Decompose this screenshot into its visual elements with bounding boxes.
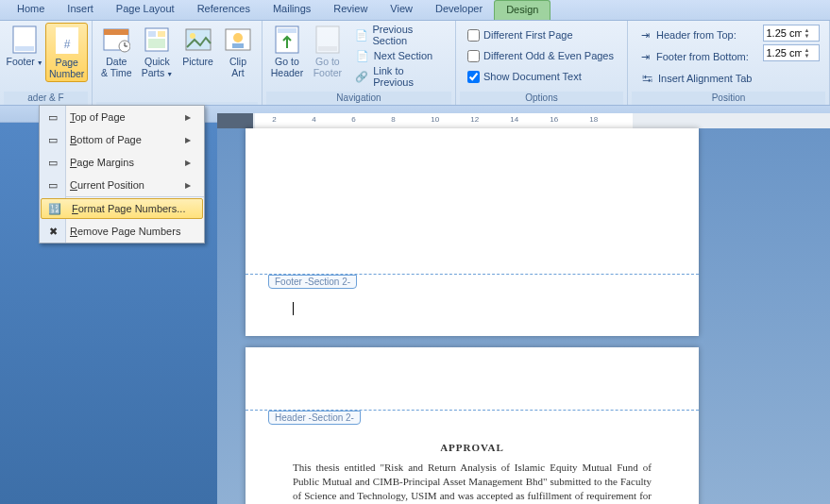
svg-rect-17 [232, 43, 244, 48]
svg-text:#: # [63, 38, 70, 51]
text-cursor [293, 302, 294, 315]
footer-from-bottom-row: ⇥Footer from Bottom: [635, 46, 755, 67]
menu-top-of-page[interactable]: ▭Top of Page▶ [40, 106, 204, 128]
group-label-navigation: Navigation [266, 92, 451, 105]
goto-footer-icon [313, 25, 343, 55]
page-number-button[interactable]: # Page Number [45, 23, 88, 82]
remove-icon: ✖ [45, 224, 60, 239]
page-number-menu: ▭Top of Page▶ ▭Bottom of Page▶ ▭Page Mar… [39, 105, 205, 244]
tab-developer[interactable]: Developer [424, 0, 494, 20]
tab-design[interactable]: Design [494, 0, 551, 20]
goto-footer-button[interactable]: Go to Footer [308, 23, 347, 80]
ribbon: Footer▼ # Page Number ader & F Date & Ti… [0, 21, 830, 106]
svg-rect-10 [148, 31, 156, 37]
group-label-position: Position [632, 92, 825, 105]
approval-heading: APPROVAL [246, 442, 699, 453]
tab-insert[interactable]: Insert [56, 0, 105, 20]
header-from-top-input[interactable]: ▲▼ [763, 25, 820, 42]
horizontal-ruler[interactable]: 2 4 6 8 10 12 14 16 18 [217, 113, 830, 128]
prev-section-icon: 📄 [355, 27, 369, 42]
group-label-hf: ader & F [4, 92, 88, 105]
header-top-icon: ⇥ [637, 27, 652, 42]
footer-icon [9, 25, 40, 55]
header-tag: Header -Section 2- [268, 411, 361, 425]
svg-point-16 [233, 33, 243, 42]
menu-format-page-numbers[interactable]: 🔢Format Page Numbers... [41, 198, 203, 219]
menu-page-margins[interactable]: ▭Page Margins▶ [40, 151, 204, 174]
ribbon-tabs: Home Insert Page Layout References Maili… [0, 0, 830, 21]
picture-icon [183, 25, 213, 55]
svg-rect-19 [278, 28, 296, 33]
page-top-icon: ▭ [45, 109, 60, 125]
alignment-tab-icon: ⭾ [639, 71, 654, 86]
footer-from-bottom-input[interactable]: ▲▼ [763, 44, 820, 61]
goto-header-icon [272, 25, 302, 55]
page-bottom-icon: ▭ [45, 132, 60, 147]
link-to-previous-button[interactable]: 🔗Link to Previous [351, 66, 448, 87]
next-section-button[interactable]: 📄Next Section [351, 45, 448, 66]
svg-rect-12 [148, 39, 165, 48]
tab-mailings[interactable]: Mailings [262, 0, 322, 20]
tab-home[interactable]: Home [6, 0, 56, 20]
page-margins-icon: ▭ [45, 155, 60, 170]
format-icon: 🔢 [47, 201, 62, 216]
goto-header-button[interactable]: Go to Header [266, 23, 308, 80]
footer-button[interactable]: Footer▼ [4, 23, 45, 70]
header-from-top-row: ⇥Header from Top: [635, 25, 755, 45]
quick-parts-button[interactable]: Quick Parts▼ [137, 23, 178, 80]
picture-button[interactable]: Picture [178, 23, 218, 70]
current-position-icon: ▭ [45, 177, 60, 193]
link-icon: 🔗 [355, 69, 369, 84]
tab-view[interactable]: View [379, 0, 424, 20]
date-time-button[interactable]: Date & Time [96, 23, 137, 80]
insert-alignment-tab-button[interactable]: ⭾Insert Alignment Tab [635, 68, 755, 89]
calendar-icon [101, 25, 131, 55]
svg-rect-21 [318, 46, 337, 51]
menu-current-position[interactable]: ▭Current Position▶ [40, 174, 204, 196]
document-area[interactable]: Footer -Section 2- Header -Section 2- AP… [217, 128, 830, 504]
previous-section-button[interactable]: 📄Previous Section [351, 25, 448, 45]
body-text: This thesis entitled "Risk and Return An… [293, 461, 652, 504]
footer-bottom-icon: ⇥ [637, 49, 652, 64]
svg-point-14 [190, 33, 195, 39]
clip-art-icon [223, 25, 253, 55]
next-section-icon: 📄 [355, 48, 370, 63]
page-number-icon: # [52, 25, 82, 56]
quick-parts-icon [142, 25, 172, 55]
svg-rect-1 [15, 46, 34, 51]
tab-page-layout[interactable]: Page Layout [105, 0, 186, 20]
footer-tag: Footer -Section 2- [268, 275, 357, 289]
menu-remove-page-numbers[interactable]: ✖Remove Page Numbers [40, 220, 204, 243]
tab-review[interactable]: Review [322, 0, 379, 20]
svg-rect-11 [158, 31, 165, 37]
group-label-options: Options [460, 92, 623, 105]
svg-rect-5 [104, 29, 128, 35]
different-first-page-checkbox[interactable]: Different First Page [464, 25, 618, 45]
show-document-text-checkbox[interactable]: Show Document Text [464, 66, 618, 87]
tab-references[interactable]: References [186, 0, 262, 20]
clip-art-button[interactable]: Clip Art [218, 23, 258, 80]
different-odd-even-checkbox[interactable]: Different Odd & Even Pages [464, 45, 618, 66]
menu-bottom-of-page[interactable]: ▭Bottom of Page▶ [40, 128, 204, 151]
